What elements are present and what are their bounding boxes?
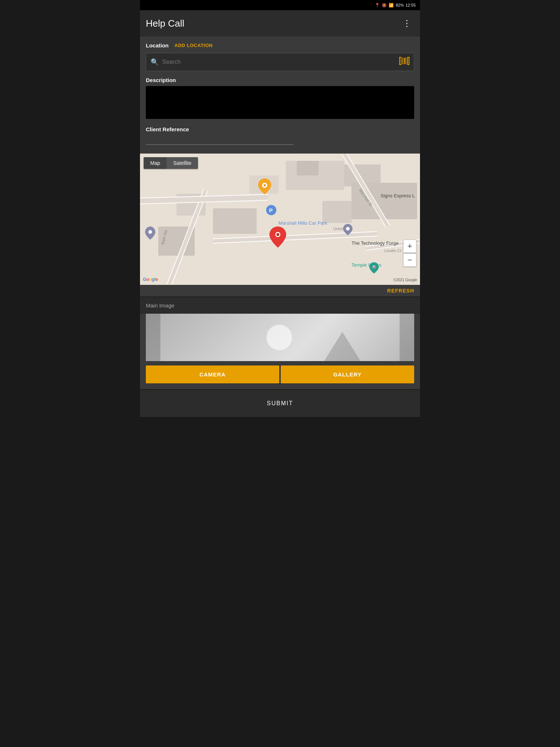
submit-button[interactable]: SUBMIT: [147, 397, 413, 410]
svg-point-51: [148, 230, 152, 234]
svg-point-48: [276, 233, 279, 236]
svg-text:P: P: [269, 207, 273, 213]
svg-rect-6: [407, 58, 408, 64]
action-buttons: CAMERA GALLERY: [140, 361, 420, 383]
svg-point-52: [346, 227, 350, 231]
svg-text:Signs Express L: Signs Express L: [381, 193, 415, 198]
image-section: Main Image CAMERA GALLERY: [140, 297, 420, 389]
app-bar: Help Call ⋮: [140, 10, 420, 36]
location-label: Location: [146, 42, 169, 49]
map-section: Bath Rd Union Pl Marshall St Leodis Ct M…: [140, 154, 420, 285]
svg-rect-5: [406, 58, 407, 64]
svg-rect-2: [402, 58, 402, 64]
svg-rect-15: [409, 63, 409, 65]
mute-icon: 🔕: [382, 3, 387, 8]
image-shape-left: [146, 314, 160, 361]
status-icons: 📍 🔕 📶 82% 12:55: [375, 3, 416, 8]
search-icon: 🔍: [151, 58, 159, 66]
app-title: Help Call: [146, 18, 184, 29]
refresh-button[interactable]: REFRESH: [387, 288, 414, 294]
svg-rect-22: [213, 208, 257, 234]
image-preview: [146, 314, 414, 361]
svg-text:The Technology Forge: The Technology Forge: [351, 240, 398, 246]
description-label: Description: [146, 77, 414, 83]
form-section: Location ADD LOCATION 🔍: [140, 36, 420, 154]
wifi-icon: 📶: [389, 3, 394, 8]
main-image-label: Main Image: [140, 297, 420, 314]
svg-text:Marshall Mills Car Park: Marshall Mills Car Park: [279, 220, 327, 226]
zoom-in-button[interactable]: +: [403, 240, 416, 253]
svg-rect-1: [401, 58, 401, 64]
submit-section: SUBMIT: [140, 390, 420, 417]
map-view-button[interactable]: Map: [144, 157, 167, 169]
clock: 12:55: [405, 3, 416, 7]
svg-rect-13: [399, 63, 400, 65]
map-toggle: Map Satellite: [144, 157, 198, 169]
description-input[interactable]: [146, 86, 414, 119]
svg-text:🏰: 🏰: [373, 266, 376, 269]
barcode-icon[interactable]: [399, 57, 409, 67]
svg-line-33: [140, 197, 268, 201]
svg-rect-18: [297, 161, 319, 175]
add-location-button[interactable]: ADD LOCATION: [175, 43, 213, 48]
client-ref-label: Client Reference: [146, 126, 414, 132]
google-copyright: ©2021 Google: [393, 278, 417, 282]
location-row: Location ADD LOCATION: [146, 42, 414, 49]
image-shape-right: [400, 314, 414, 361]
svg-point-50: [264, 184, 266, 186]
overflow-menu-button[interactable]: ⋮: [400, 17, 414, 30]
gallery-button[interactable]: GALLERY: [281, 365, 414, 383]
svg-text:Leodis Ct: Leodis Ct: [384, 248, 401, 253]
location-icon: 📍: [375, 3, 380, 8]
svg-rect-3: [403, 58, 404, 64]
svg-rect-21: [322, 201, 351, 223]
image-preview-content: [146, 314, 414, 361]
image-shape-circle: [267, 325, 292, 350]
satellite-view-button[interactable]: Satellite: [167, 157, 198, 169]
search-input[interactable]: [162, 59, 396, 65]
status-bar: 📍 🔕 📶 82% 12:55: [140, 0, 420, 10]
svg-rect-11: [409, 57, 409, 59]
zoom-out-button[interactable]: −: [403, 253, 416, 267]
google-logo: Google: [143, 277, 158, 282]
image-shape-triangle: [324, 332, 361, 361]
svg-rect-4: [404, 58, 405, 64]
refresh-row: REFRESH: [140, 285, 420, 297]
camera-button[interactable]: CAMERA: [146, 365, 279, 383]
map-controls: + −: [403, 240, 416, 267]
battery-text: 82%: [396, 3, 404, 7]
search-bar: 🔍: [146, 53, 414, 71]
client-ref-input[interactable]: [146, 135, 293, 145]
svg-rect-9: [399, 57, 400, 59]
